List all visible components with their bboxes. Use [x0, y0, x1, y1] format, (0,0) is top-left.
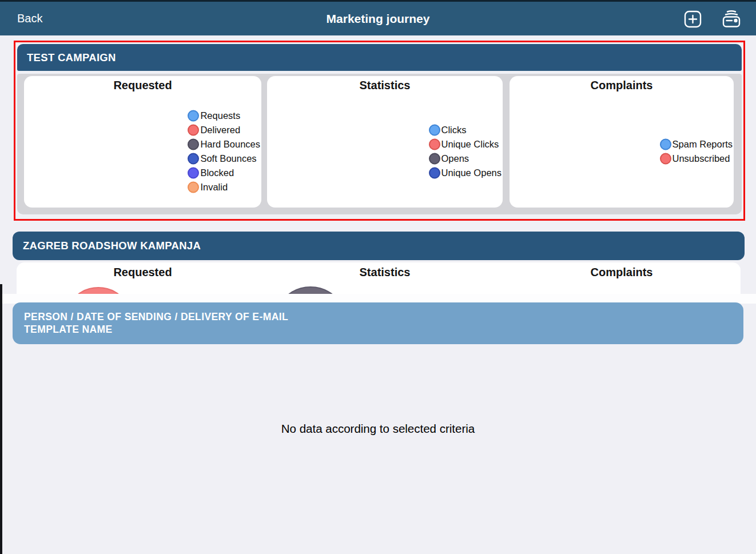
- campaign-section-test-campaign[interactable]: TEST CAMPAIGN Requested Requests Deliver…: [14, 41, 745, 221]
- chart-title: Complaints: [510, 266, 734, 279]
- list-header-line2: TEMPLATE NAME: [24, 323, 732, 336]
- legend-item: Delivered: [188, 124, 260, 135]
- chart-title: Complaints: [510, 79, 734, 92]
- legend-color-dot: [429, 124, 440, 135]
- screen-left-edge: [0, 284, 2, 554]
- legend-color-dot: [188, 167, 199, 178]
- chart-area: Requests Delivered Hard Bounces Soft Bou…: [24, 95, 261, 208]
- empty-state-message: No data according to selected criteria: [0, 422, 756, 436]
- legend-item: Requests: [188, 110, 260, 121]
- legend-label: Invalid: [200, 182, 228, 193]
- campaign-name: ZAGREB ROADSHOW KAMPANJA: [23, 240, 201, 252]
- legend-color-dot: [660, 138, 671, 150]
- legend-color-dot: [188, 181, 199, 193]
- nav-bar: Back Marketing journey: [0, 2, 756, 35]
- legend-item: Clicks: [429, 124, 502, 135]
- legend-item: Unique Clicks: [429, 138, 502, 150]
- chart-title: Statistics: [267, 79, 503, 92]
- campaign-charts-clipped: Requested Statistics Complaints: [17, 262, 741, 296]
- legend-label: Clicks: [441, 125, 467, 135]
- chart-legend: Requests Delivered Hard Bounces Soft Bou…: [188, 110, 260, 193]
- chart-area: Spam Reports Unsubscribed: [510, 95, 734, 208]
- campaign-name: TEST CAMPAIGN: [27, 51, 116, 64]
- legend-label: Opens: [441, 153, 469, 164]
- add-button[interactable]: [683, 9, 703, 29]
- legend-label: Hard Bounces: [200, 139, 260, 150]
- cards-stack-icon: [721, 9, 741, 29]
- legend-item: Hard Bounces: [188, 138, 260, 150]
- legend-label: Blocked: [200, 168, 234, 178]
- campaign-header-zagreb-roadshow[interactable]: ZAGREB ROADSHOW KAMPANJA: [13, 232, 745, 260]
- chart-title: Requested: [24, 79, 261, 92]
- chart-area: Clicks Unique Clicks Opens Unique Opens: [267, 95, 503, 208]
- chart-card-statistics: Statistics Clicks Unique Clicks Opens: [267, 76, 503, 208]
- legend-item: Invalid: [188, 181, 260, 193]
- legend-label: Unsubscribed: [673, 153, 730, 164]
- list-header-bar: PERSON / DATE OF SENDING / DELIVERY OF E…: [13, 302, 743, 344]
- chart-legend: Clicks Unique Clicks Opens Unique Opens: [429, 124, 502, 178]
- legend-label: Unique Opens: [441, 168, 502, 178]
- campaign-header-test-campaign[interactable]: TEST CAMPAIGN: [17, 44, 742, 71]
- legend-item: Soft Bounces: [188, 153, 260, 164]
- legend-label: Requests: [200, 110, 240, 121]
- legend-label: Unique Clicks: [441, 139, 499, 150]
- legend-color-dot: [188, 138, 199, 150]
- legend-color-dot: [429, 167, 440, 178]
- page-title: Marketing journey: [0, 2, 756, 35]
- legend-color-dot: [660, 153, 671, 164]
- back-button[interactable]: Back: [17, 2, 42, 35]
- chart-title: Statistics: [267, 266, 503, 279]
- legend-color-dot: [429, 153, 440, 164]
- legend-color-dot: [188, 124, 199, 135]
- list-header-line1: PERSON / DATE OF SENDING / DELIVERY OF E…: [24, 310, 732, 323]
- legend-color-dot: [429, 138, 440, 150]
- legend-item: Opens: [429, 153, 502, 164]
- legend-color-dot: [188, 153, 199, 164]
- legend-label: Soft Bounces: [200, 153, 256, 164]
- chart-card-complaints: Complaints Spam Reports Unsubscribed: [510, 76, 734, 208]
- legend-label: Spam Reports: [673, 139, 733, 150]
- legend-label: Delivered: [200, 125, 240, 135]
- legend-item: Blocked: [188, 167, 260, 178]
- chart-title: Requested: [24, 266, 261, 279]
- legend-item: Unique Opens: [429, 167, 502, 178]
- templates-button[interactable]: [721, 9, 741, 29]
- legend-color-dot: [188, 110, 199, 121]
- plus-square-icon: [683, 9, 703, 29]
- legend-item: Unsubscribed: [660, 153, 733, 164]
- chart-card-requested: Requested Requests Delivered Hard Bounce…: [24, 76, 261, 208]
- chart-legend: Spam Reports Unsubscribed: [660, 138, 733, 164]
- legend-item: Spam Reports: [660, 138, 733, 150]
- marketing-journey-screen: Back Marketing journey: [0, 0, 756, 554]
